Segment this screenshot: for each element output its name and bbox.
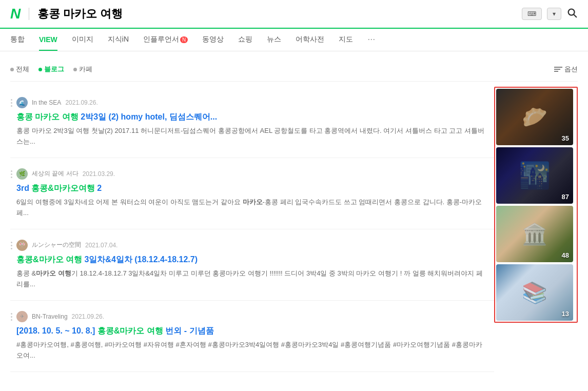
results-with-thumbs: 🌊 In the SEA 2021.09.26. 홍콩 마카오 여행 2박3일 … [10, 87, 578, 372]
result-meta: 🎌 ルンシャーの空間 2021.07.04. [16, 240, 486, 251]
result-desc: 6일의 여행중에 3일차네요 어제 본 워터쇼의 여운이 아직도 맴도는거 같아… [16, 197, 486, 219]
content-area: 전체 블로그 카페 옵션 [0, 51, 588, 380]
thumbnails-section: 35 87 48 13 Image [494, 87, 578, 323]
filter-dot-블로그 [38, 68, 42, 71]
tab-동영상[interactable]: 동영상 [202, 29, 224, 51]
thumbnail-1[interactable]: 35 [496, 89, 573, 145]
avatar: 🌊 [16, 97, 28, 108]
tab-뉴스[interactable]: 뉴스 [267, 29, 281, 51]
naver-logo[interactable]: N [10, 6, 21, 22]
search-query-display: 홍콩 마카오 여행 [37, 6, 522, 22]
tab-VIEW[interactable]: VIEW [39, 29, 57, 51]
result-title[interactable]: 홍콩 마카오 여행 2박3일 (2) homy hotel, 딤섬스퀘어... [16, 111, 486, 123]
influencer-badge: N [180, 36, 188, 43]
result-author: ルンシャーの空間 [32, 241, 81, 249]
result-meta: 🌊 In the SEA 2021.09.26. [16, 97, 486, 108]
lang-arrow-btn[interactable]: ▾ [547, 8, 561, 20]
result-meta: ✈ BN-Traveling 2021.09.26. [16, 311, 486, 322]
thumbnail-3[interactable]: 48 [496, 206, 573, 262]
result-author: In the SEA [32, 99, 61, 106]
filter-options: 전체 블로그 카페 [10, 65, 92, 74]
sort-options[interactable]: 옵션 [554, 65, 578, 74]
result-content: 🌿 세상의 끝에 서다 2021.03.29. 3rd 홍콩&마카오여행 2 6… [16, 168, 494, 219]
thumbnails-col: 35 87 48 13 [496, 89, 576, 321]
tab-쇼핑[interactable]: 쇼핑 [238, 29, 252, 51]
result-item: 🎌 ルンシャーの空間 2021.07.04. 홍콩&마카오 여행 3일차&4일차… [10, 229, 494, 301]
result-meta: 🌿 세상의 끝에 서다 2021.03.29. [16, 168, 486, 180]
header-divider [29, 8, 29, 20]
filter-전체[interactable]: 전체 [10, 65, 29, 74]
item-separator [10, 168, 12, 178]
result-date: 2021.09.26. [72, 313, 104, 320]
header: N 홍콩 마카오 여행 ⌨ ▾ [0, 0, 588, 29]
result-item: ✈ BN-Traveling 2021.09.26. [2018. 10. 5.… [10, 301, 494, 372]
result-item: 🌊 In the SEA 2021.09.26. 홍콩 마카오 여행 2박3일 … [10, 87, 494, 158]
result-author: BN-Traveling [32, 313, 68, 320]
tab-more[interactable]: ··· [367, 28, 375, 52]
item-separator [10, 311, 12, 321]
tab-지도[interactable]: 지도 [339, 29, 353, 51]
thumb-count-1: 35 [562, 134, 569, 142]
thumbnail-4[interactable]: 13 [496, 264, 573, 321]
thumbnail-2[interactable]: 87 [496, 147, 573, 204]
sort-icon [554, 66, 562, 72]
result-date: 2021.09.26. [65, 99, 97, 106]
nav-tabs: 통합 VIEW 이미지 지식iN 인플루언서N 동영상 쇼핑 뉴스 어학사전 지… [0, 29, 588, 51]
item-separator [10, 97, 12, 107]
avatar: 🎌 [16, 240, 28, 251]
result-content: 🌊 In the SEA 2021.09.26. 홍콩 마카오 여행 2박3일 … [16, 97, 494, 147]
item-separator [10, 240, 12, 249]
thumb-count-2: 87 [562, 193, 569, 201]
result-content: ✈ BN-Traveling 2021.09.26. [2018. 10. 5.… [16, 311, 494, 361]
result-title[interactable]: [2018. 10. 5. ~ 10. 8.] 홍콩&마카오 여행 번외 - 기… [16, 325, 486, 337]
header-actions: ⌨ ▾ [522, 7, 578, 21]
result-desc: 홍콩 &마카오 여행기 18.12.4-18.12.7 3일차&4일차 미루고 … [16, 268, 486, 290]
result-desc: 홍콩 마카오 2박3일 여행 첫날(2) 2017.11 허니문디저트-딤섬스퀘… [16, 126, 486, 147]
result-title[interactable]: 홍콩&마카오 여행 3일차&4일차 (18.12.4-18.12.7) [16, 254, 486, 265]
result-content: 🎌 ルンシャーの空間 2021.07.04. 홍콩&마카오 여행 3일차&4일차… [16, 240, 494, 290]
result-item: 🌿 세상의 끝에 서다 2021.03.29. 3rd 홍콩&마카오여행 2 6… [10, 158, 494, 229]
thumb-count-3: 48 [562, 251, 569, 259]
keyboard-btn[interactable]: ⌨ [522, 8, 542, 20]
filter-dot-카페 [73, 68, 77, 71]
avatar: ✈ [16, 311, 28, 322]
tab-인플루언서[interactable]: 인플루언서N [143, 29, 188, 51]
filter-bar: 전체 블로그 카페 옵션 [10, 60, 578, 82]
tab-통합[interactable]: 통합 [10, 29, 25, 51]
main-content: 전체 블로그 카페 옵션 [10, 60, 578, 372]
tab-이미지[interactable]: 이미지 [72, 29, 93, 51]
filter-dot-전체 [10, 68, 14, 71]
result-date: 2021.03.29. [83, 170, 115, 178]
sort-label: 옵션 [564, 65, 578, 74]
result-title[interactable]: 3rd 홍콩&마카오여행 2 [16, 183, 486, 194]
result-author: 세상의 끝에 서다 [32, 169, 79, 178]
result-list: 🌊 In the SEA 2021.09.26. 홍콩 마카오 여행 2박3일 … [10, 87, 494, 372]
tab-어학사전[interactable]: 어학사전 [296, 29, 324, 51]
avatar: 🌿 [16, 168, 28, 180]
result-date: 2021.07.04. [85, 242, 117, 249]
svg-line-1 [574, 14, 576, 17]
result-desc: #홍콩마카오여행, #홍콩여행, #마카오여행 #자유여행 #혼자여행 #홍콩마… [16, 340, 486, 361]
thumb-count-4: 13 [562, 310, 569, 318]
tab-지식iN[interactable]: 지식iN [108, 29, 129, 51]
thumbnails-wrapper: 35 87 48 13 [494, 87, 578, 323]
filter-블로그[interactable]: 블로그 [38, 65, 64, 74]
search-icon-btn[interactable] [566, 7, 578, 21]
filter-카페[interactable]: 카페 [73, 65, 92, 74]
